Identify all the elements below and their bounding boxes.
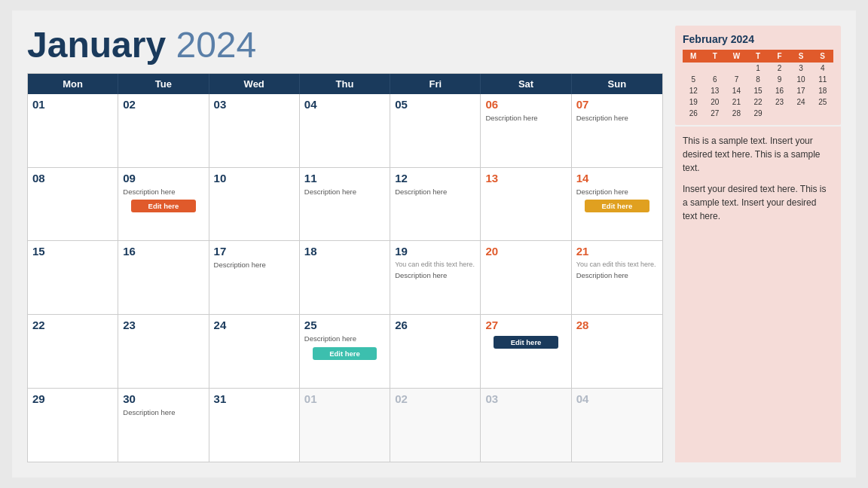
- mini-cal-day: [726, 63, 747, 74]
- mini-cal-day: 5: [683, 74, 704, 85]
- day-desc: Description here: [304, 334, 385, 343]
- mini-cal-day: [769, 108, 790, 119]
- mini-cal-day: 6: [704, 74, 726, 85]
- calendar-day-11-2: 11Description here: [300, 168, 390, 241]
- mini-cal-day: 15: [747, 85, 769, 96]
- calendar-header-cell-mon: Mon: [28, 74, 118, 94]
- edit-button-25[interactable]: Edit here: [313, 347, 377, 360]
- main-title: January 2024: [27, 26, 663, 66]
- mini-cal-day: 11: [811, 74, 833, 85]
- calendar-header-cell-sun: Sun: [572, 74, 662, 94]
- day-number: 28: [576, 319, 658, 331]
- mini-cal-day: 23: [769, 96, 790, 108]
- edit-button-09[interactable]: Edit here: [131, 200, 196, 212]
- day-note: You can edit this text here.: [395, 261, 475, 270]
- day-number: 21: [576, 245, 658, 258]
- calendar-week-1: 010203040506Description here07Descriptio…: [28, 94, 662, 168]
- calendar-day-18-3: 18: [300, 241, 390, 314]
- mini-cal-day: 14: [726, 85, 747, 96]
- day-number: 02: [123, 98, 203, 111]
- day-desc: Description here: [576, 271, 658, 280]
- day-desc: Description here: [123, 408, 203, 417]
- calendar-day-29-5: 29: [28, 389, 118, 462]
- day-number: 25: [304, 319, 385, 331]
- mini-cal-title: February 2024: [683, 33, 833, 45]
- calendar-day-24-4: 24: [209, 315, 300, 388]
- day-number: 27: [485, 319, 566, 331]
- calendar-day-13-2: 13: [481, 168, 571, 241]
- day-desc: Description here: [214, 261, 295, 270]
- mini-cal-day: 26: [683, 108, 704, 119]
- day-number: 06: [485, 98, 566, 111]
- day-desc: Description here: [576, 114, 658, 123]
- calendar-day-05-1: 05: [390, 94, 481, 167]
- mini-cal-day: 9: [769, 74, 790, 85]
- mini-cal-day: [811, 108, 833, 119]
- day-desc: Description here: [123, 188, 203, 197]
- calendar-day-03-1: 03: [209, 94, 300, 167]
- calendar-day-02-5: 02: [390, 389, 481, 462]
- mini-cal-day: 3: [790, 63, 812, 74]
- day-number: 30: [123, 392, 203, 405]
- mini-cal-day: 29: [747, 108, 769, 119]
- calendar-day-10-2: 10: [209, 168, 300, 241]
- day-number: 23: [123, 319, 203, 331]
- day-number: 16: [123, 245, 203, 258]
- day-number: 01: [32, 98, 113, 111]
- mini-cal-day: 1: [747, 63, 769, 74]
- day-number: 20: [485, 245, 566, 258]
- day-number: 17: [214, 245, 295, 258]
- day-number: 02: [395, 392, 475, 405]
- calendar-header-cell-wed: Wed: [209, 74, 300, 94]
- calendar-day-07-1: 07Description here: [572, 94, 662, 167]
- mini-cal-day: 10: [790, 74, 812, 85]
- day-number: 26: [395, 319, 475, 331]
- calendar-day-23-4: 23: [118, 315, 209, 388]
- calendar-day-02-1: 02: [118, 94, 209, 167]
- sidebar-para-1: This is a sample text. Insert your desir…: [683, 134, 833, 175]
- calendar-header-row: MonTueWedThuFriSatSun: [28, 74, 662, 94]
- day-number: 03: [485, 392, 566, 405]
- main-calendar: January 2024 MonTueWedThuFriSatSun 01020…: [27, 26, 663, 462]
- day-number: 29: [32, 392, 113, 405]
- calendar-day-21-3: 21You can edit this text here.Descriptio…: [572, 241, 662, 314]
- day-number: 24: [214, 319, 295, 331]
- calendar-day-19-3: 19You can edit this text here.Descriptio…: [390, 241, 481, 314]
- calendar-header-cell-thu: Thu: [300, 74, 390, 94]
- calendar-day-30-5: 30Description here: [118, 389, 209, 462]
- day-number: 08: [32, 172, 113, 185]
- day-desc: Description here: [395, 271, 475, 280]
- mini-cal-day: 21: [726, 96, 747, 108]
- calendar-day-25-4: 25Description hereEdit here: [300, 315, 390, 388]
- day-desc: Description here: [304, 188, 385, 197]
- calendar-day-01-1: 01: [28, 94, 118, 167]
- calendar-day-20-3: 20: [481, 241, 571, 314]
- day-number: 14: [576, 172, 658, 185]
- mini-cal-day: 7: [726, 74, 747, 85]
- calendar-day-14-2: 14Description hereEdit here: [572, 168, 662, 241]
- calendar-day-01-5: 01: [300, 389, 390, 462]
- calendar-header-cell-sat: Sat: [481, 74, 571, 94]
- day-number: 15: [32, 245, 113, 258]
- calendar-day-31-5: 31: [209, 389, 300, 462]
- mini-cal-day: 25: [811, 96, 833, 108]
- app-container: January 2024 MonTueWedThuFriSatSun 01020…: [12, 11, 856, 477]
- day-desc: Description here: [395, 188, 475, 197]
- day-desc: Description here: [485, 114, 566, 123]
- mini-cal-day: 28: [726, 108, 747, 119]
- day-desc: Description here: [576, 188, 658, 197]
- day-number: 05: [395, 98, 475, 111]
- day-number: 13: [485, 172, 566, 185]
- mini-cal-day: 17: [790, 85, 812, 96]
- day-number: 04: [576, 392, 658, 405]
- mini-cal-day: 13: [704, 85, 726, 96]
- mini-calendar-container: February 2024 MTWTFSS1234567891011121314…: [675, 26, 841, 125]
- calendar-week-2: 0809Description hereEdit here1011Descrip…: [28, 168, 662, 242]
- mini-cal-day: 2: [769, 63, 790, 74]
- edit-button-14[interactable]: Edit here: [585, 200, 650, 212]
- month-label: January: [27, 25, 166, 65]
- calendar-day-17-3: 17Description here: [209, 241, 300, 314]
- mini-cal-day: 16: [769, 85, 790, 96]
- edit-button-27[interactable]: Edit here: [494, 336, 558, 349]
- mini-cal-day: 20: [704, 96, 726, 108]
